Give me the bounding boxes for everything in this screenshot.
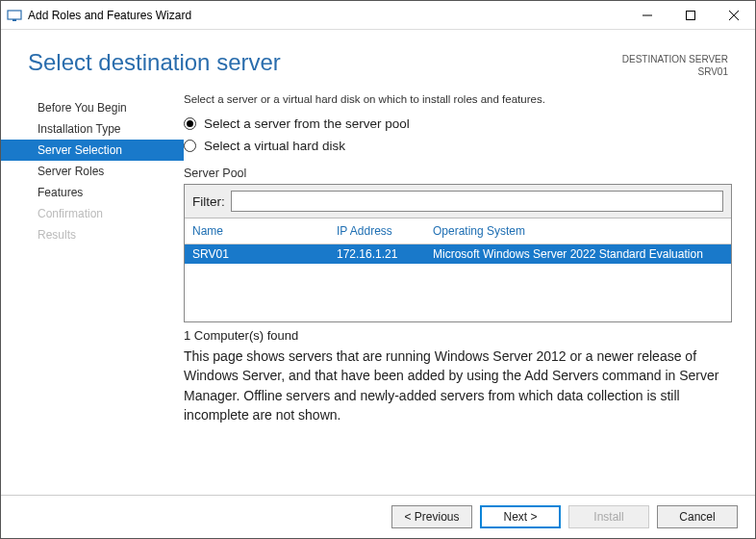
radio-label: Select a server from the server pool [204,116,410,131]
previous-button[interactable]: < Previous [391,505,472,528]
cell-ip: 172.16.1.21 [337,247,433,261]
svg-rect-0 [8,11,21,19]
svg-rect-3 [686,11,694,19]
filter-label: Filter: [192,194,225,209]
destination-label: DESTINATION SERVER [622,53,728,65]
filter-input[interactable] [231,191,723,212]
titlebar: Add Roles and Features Wizard [1,1,755,30]
computers-found-text: 1 Computer(s) found [184,328,732,343]
maximize-button[interactable] [668,1,712,29]
destination-value: SRV01 [622,65,728,78]
table-row[interactable]: SRV01 172.16.1.21 Microsoft Windows Serv… [185,244,731,264]
sidebar-item-features[interactable]: Features [1,182,184,203]
radio-icon [184,117,196,130]
instruction-text: Select a server or a virtual hard disk o… [184,93,732,105]
page-header: Select destination server DESTINATION SE… [1,30,755,84]
grid-header: Name IP Address Operating System [185,218,731,244]
sidebar-item-results: Results [1,224,184,245]
sidebar-item-installation-type[interactable]: Installation Type [1,118,184,140]
radio-icon [184,140,196,152]
radio-label: Select a virtual hard disk [204,139,345,153]
filter-row: Filter: [185,185,731,218]
next-button[interactable]: Next > [480,505,561,528]
svg-rect-1 [13,19,16,21]
radio-virtual-hard-disk[interactable]: Select a virtual hard disk [184,139,732,153]
minimize-button[interactable] [625,1,668,29]
close-button[interactable] [712,1,755,29]
grid-body: SRV01 172.16.1.21 Microsoft Windows Serv… [185,244,731,321]
app-icon [7,8,22,23]
sidebar-item-server-roles[interactable]: Server Roles [1,161,184,182]
page-title: Select destination server [28,49,622,76]
destination-info: DESTINATION SERVER SRV01 [622,49,728,78]
cell-name: SRV01 [192,247,337,261]
body: Before You Begin Installation Type Serve… [1,84,755,495]
sidebar-item-confirmation: Confirmation [1,203,184,224]
server-pool-label: Server Pool [184,167,732,180]
server-pool-box: Filter: Name IP Address Operating System… [184,184,732,322]
cancel-button[interactable]: Cancel [657,505,738,528]
main-panel: Select a server or a virtual hard disk o… [184,93,732,491]
window-buttons [625,1,755,29]
col-header-ip[interactable]: IP Address [337,224,433,238]
window-title: Add Roles and Features Wizard [28,9,625,22]
sidebar-item-server-selection[interactable]: Server Selection [1,140,184,161]
install-button: Install [568,505,649,528]
explain-text: This page shows servers that are running… [184,346,732,424]
col-header-os[interactable]: Operating System [433,224,723,238]
sidebar: Before You Begin Installation Type Serve… [1,93,184,491]
cell-os: Microsoft Windows Server 2022 Standard E… [433,247,723,261]
radio-server-pool[interactable]: Select a server from the server pool [184,116,732,131]
sidebar-item-before-you-begin[interactable]: Before You Begin [1,97,184,118]
wizard-window: Add Roles and Features Wizard Select des… [0,0,756,539]
col-header-name[interactable]: Name [192,224,337,238]
footer: < Previous Next > Install Cancel [1,495,755,538]
